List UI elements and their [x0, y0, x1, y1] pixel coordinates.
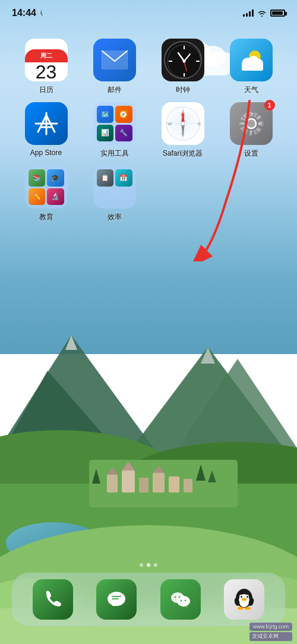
utilities-label: 实用工具 [100, 149, 129, 159]
watermark-site: www.lcjrtg.com [253, 624, 289, 630]
page-dot-3 [154, 563, 157, 567]
dock-wechat[interactable] [160, 579, 201, 620]
svg-rect-44 [242, 64, 263, 71]
page-indicator [0, 563, 297, 567]
app-mail[interactable]: 邮件 [88, 39, 141, 95]
battery-icon [270, 10, 285, 17]
education-label: 教育 [39, 212, 53, 222]
svg-point-70 [174, 596, 176, 598]
app-calendar[interactable]: 周二 23 日历 [20, 39, 73, 95]
efficiency-label: 效率 [108, 212, 122, 222]
settings-badge: 1 [264, 100, 275, 111]
svg-rect-12 [107, 475, 118, 493]
svg-point-71 [178, 596, 180, 598]
dock [12, 573, 285, 626]
svg-point-79 [247, 596, 248, 598]
svg-rect-16 [169, 476, 179, 493]
app-education[interactable]: 📚 🎓 ✏️ 🔬 教育 [20, 166, 73, 222]
calendar-label: 日历 [39, 85, 53, 95]
page-dot-2 [147, 563, 150, 567]
svg-rect-17 [184, 479, 192, 493]
app-safari[interactable]: N E S W Safari浏览器 [156, 102, 210, 159]
signal-icon [243, 10, 254, 17]
weather-label: 天气 [244, 85, 258, 95]
settings-label: 设置 [244, 149, 258, 159]
watermark: www.lcjrtg.com 龙城安卓网 [249, 623, 292, 641]
app-utilities[interactable]: 🗺️ 🧭 📊 🔧 实用工具 [88, 102, 141, 159]
svg-text:N: N [181, 112, 185, 118]
mail-label: 邮件 [108, 85, 122, 95]
svg-point-82 [245, 607, 251, 610]
svg-text:S: S [181, 131, 184, 137]
svg-rect-13 [122, 471, 135, 493]
app-clock[interactable]: 时钟 [156, 39, 210, 95]
dock-messages[interactable] [96, 579, 137, 620]
svg-text:E: E [198, 121, 201, 127]
status-time: 14:44 [12, 8, 36, 18]
app-weather[interactable]: 天气 [225, 39, 278, 95]
app-grid: 周二 23 日历 邮件 [0, 33, 297, 235]
calendar-date: 23 [36, 62, 57, 81]
page-dot-1 [140, 563, 143, 567]
svg-point-39 [182, 60, 185, 63]
app-row-1: 周二 23 日历 邮件 [12, 39, 285, 95]
appstore-label: App Store [30, 149, 62, 157]
svg-text:W: W [168, 121, 172, 127]
calendar-weekday: 周二 [25, 49, 68, 62]
status-bar: 14:44 [0, 0, 297, 26]
svg-point-81 [238, 607, 244, 610]
wifi-icon [257, 10, 267, 17]
app-row-2: App Store 🗺️ 🧭 📊 🔧 实用工具 [12, 102, 285, 159]
app-settings[interactable]: 1 设置 [225, 102, 278, 159]
svg-point-78 [241, 596, 242, 598]
status-icons [243, 10, 285, 17]
svg-point-80 [242, 598, 247, 601]
location-icon [39, 10, 45, 17]
dock-qq[interactable] [224, 579, 264, 620]
svg-point-72 [180, 600, 182, 602]
app-efficiency[interactable]: 📋 📅 效率 [88, 166, 141, 222]
clock-label: 时钟 [176, 85, 190, 95]
svg-point-73 [184, 600, 186, 602]
app-row-3: 📚 🎓 ✏️ 🔬 教育 📋 📅 效率 [12, 166, 285, 222]
svg-rect-15 [153, 473, 165, 493]
watermark-name: 龙城安卓网 [252, 633, 279, 639]
svg-rect-14 [139, 478, 148, 493]
safari-label: Safari浏览器 [163, 149, 203, 159]
dock-phone[interactable] [33, 579, 73, 620]
app-appstore[interactable]: App Store [20, 102, 73, 159]
svg-point-53 [181, 122, 185, 125]
